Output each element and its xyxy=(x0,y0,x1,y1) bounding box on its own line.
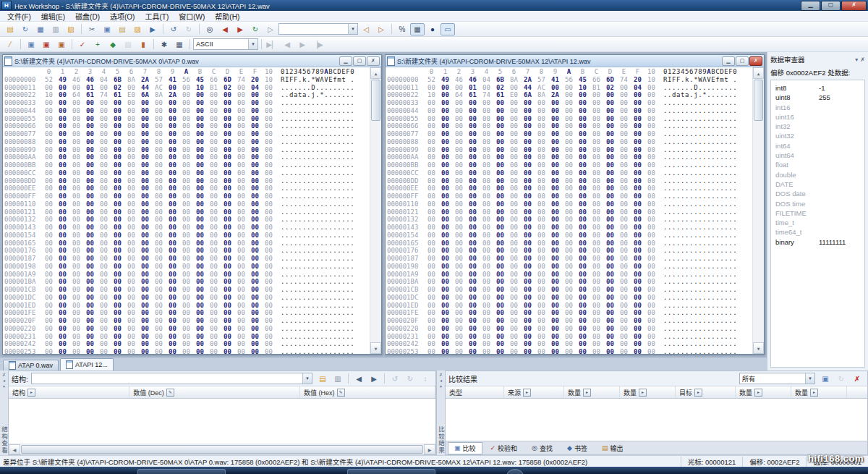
hex-byte[interactable]: 00 xyxy=(425,302,438,310)
pane-restore-button[interactable]: ▢ xyxy=(736,56,749,66)
hex-byte[interactable]: 00 xyxy=(138,263,152,271)
hex-byte[interactable]: 00 xyxy=(83,294,97,302)
pane-close-button[interactable]: ✗ xyxy=(749,56,762,66)
hex-byte[interactable]: 00 xyxy=(193,271,207,279)
hex-byte[interactable]: B1 xyxy=(207,84,221,92)
hex-byte[interactable]: 00 xyxy=(507,107,521,115)
hex-byte[interactable]: 00 xyxy=(644,255,658,263)
scroll-thumb[interactable] xyxy=(21,445,423,454)
hex-byte[interactable]: 00 xyxy=(603,169,617,177)
hex-byte[interactable]: 00 xyxy=(521,200,535,208)
hex-byte[interactable]: 00 xyxy=(248,302,262,310)
hex-byte[interactable]: 00 xyxy=(83,161,97,169)
hex-ascii[interactable]: ................. xyxy=(663,115,737,123)
hex-byte[interactable]: 00 xyxy=(234,169,248,177)
hex-byte[interactable]: 00 xyxy=(56,325,69,333)
hex-byte[interactable]: 00 xyxy=(548,84,562,92)
hex-byte[interactable]: 00 xyxy=(425,177,438,185)
hex-byte[interactable]: 00 xyxy=(617,107,631,115)
hex-byte[interactable]: 00 xyxy=(425,192,438,200)
hex-byte[interactable]: 00 xyxy=(521,263,535,271)
hex-byte[interactable]: 00 xyxy=(438,302,452,310)
hex-byte[interactable]: 00 xyxy=(166,107,179,115)
hex-byte[interactable]: 00 xyxy=(221,115,234,123)
encoding-combo[interactable]: ASCII▼ xyxy=(193,38,258,50)
hex-byte[interactable]: 00 xyxy=(179,138,193,146)
data-pick-icon[interactable]: ⁄ xyxy=(3,38,17,51)
hex-byte[interactable]: 00 xyxy=(179,294,193,302)
hex-byte[interactable]: 00 xyxy=(493,348,507,354)
hex-byte[interactable]: 00 xyxy=(262,153,276,161)
hex-byte[interactable]: 00 xyxy=(631,138,644,146)
hex-byte[interactable]: 00 xyxy=(507,185,521,192)
hex-byte[interactable]: 00 xyxy=(42,302,56,310)
hex-byte[interactable]: 00 xyxy=(617,325,631,333)
hex-byte[interactable]: 00 xyxy=(221,177,234,185)
hex-byte[interactable]: 00 xyxy=(262,348,276,354)
goto-back-icon[interactable]: ◁ xyxy=(359,23,373,35)
hex-byte[interactable]: 00 xyxy=(97,161,111,169)
structure-dock-grip[interactable]: ✗ ◂ ▾ 结构查看 xyxy=(0,371,8,455)
hex-byte[interactable]: 00 xyxy=(576,263,590,271)
hex-ascii[interactable]: ................. xyxy=(281,271,354,279)
hex-byte[interactable]: 00 xyxy=(548,255,562,263)
pane-titlebar[interactable]: S:\新建文件夹 (4)\ATAPI-CDROM-DRIVE-50MAX 0\A… xyxy=(3,55,381,67)
find-next-icon[interactable]: ▶ xyxy=(233,23,247,35)
dock-arrow-down-icon[interactable]: ▾ xyxy=(3,384,5,389)
hex-byte[interactable]: 00 xyxy=(97,146,111,154)
hex-byte[interactable]: 00 xyxy=(234,340,248,348)
hex-byte[interactable]: 8A xyxy=(152,91,166,99)
nav-prev-icon[interactable]: ◀ xyxy=(280,38,294,51)
hex-byte[interactable]: 00 xyxy=(438,348,452,354)
hex-byte[interactable]: 00 xyxy=(590,146,603,154)
hex-ascii[interactable]: ................. xyxy=(663,240,737,247)
hex-byte[interactable]: 00 xyxy=(234,247,248,255)
hex-byte[interactable]: 00 xyxy=(138,271,152,279)
hex-byte[interactable]: 00 xyxy=(152,240,166,247)
hex-byte[interactable]: 00 xyxy=(69,200,83,208)
hex-byte[interactable]: 00 xyxy=(248,200,262,208)
hex-byte[interactable]: 00 xyxy=(262,185,276,192)
hex-byte[interactable]: 00 xyxy=(644,138,658,146)
hex-byte[interactable]: 00 xyxy=(452,122,466,130)
hex-byte[interactable]: 00 xyxy=(562,294,576,302)
hex-byte[interactable]: 00 xyxy=(603,122,617,130)
hex-byte[interactable]: 00 xyxy=(166,146,179,154)
hex-byte[interactable]: 00 xyxy=(207,340,221,348)
vertical-scrollbar[interactable]: ▲ ▼ xyxy=(370,67,381,354)
hex-byte[interactable]: 00 xyxy=(83,208,97,216)
hex-byte[interactable]: 00 xyxy=(480,216,493,224)
hex-byte[interactable]: 00 xyxy=(83,271,97,279)
hex-byte[interactable]: 00 xyxy=(535,278,548,286)
hex-byte[interactable]: 00 xyxy=(83,302,97,310)
hex-byte[interactable]: 00 xyxy=(138,247,152,255)
hex-byte[interactable]: 00 xyxy=(617,99,631,107)
hex-byte[interactable]: 00 xyxy=(603,240,617,247)
hex-byte[interactable]: 00 xyxy=(535,185,548,192)
hex-byte[interactable]: 00 xyxy=(493,138,507,146)
hex-ascii[interactable]: ................. xyxy=(663,224,737,232)
hex-byte[interactable]: 00 xyxy=(138,216,152,224)
hex-byte[interactable]: 00 xyxy=(262,208,276,216)
hex-byte[interactable]: 00 xyxy=(166,138,179,146)
hex-byte[interactable]: 00 xyxy=(631,122,644,130)
hex-byte[interactable]: 00 xyxy=(562,130,576,138)
hex-byte[interactable]: 00 xyxy=(480,153,493,161)
hex-byte[interactable]: 00 xyxy=(617,348,631,354)
hex-byte[interactable]: 00 xyxy=(83,348,97,354)
hex-byte[interactable]: 00 xyxy=(152,286,166,294)
hex-byte[interactable]: 00 xyxy=(83,169,97,177)
hex-byte[interactable]: 00 xyxy=(521,278,535,286)
hex-byte[interactable]: 00 xyxy=(535,286,548,294)
hex-row[interactable]: 0000009900000000000000000000000000000000… xyxy=(4,146,370,154)
hex-byte[interactable]: 00 xyxy=(152,348,166,354)
hex-byte[interactable]: 00 xyxy=(425,224,438,232)
hex-byte[interactable]: 00 xyxy=(493,325,507,333)
taskbar[interactable] xyxy=(0,467,868,474)
hex-byte[interactable]: 00 xyxy=(111,161,124,169)
hex-byte[interactable]: 00 xyxy=(97,278,111,286)
chevron-down-icon[interactable]: ▼ xyxy=(805,373,814,384)
hex-ascii[interactable]: ................. xyxy=(281,340,354,348)
hex-byte[interactable]: 00 xyxy=(69,255,83,263)
hex-byte[interactable]: 00 xyxy=(631,348,644,354)
